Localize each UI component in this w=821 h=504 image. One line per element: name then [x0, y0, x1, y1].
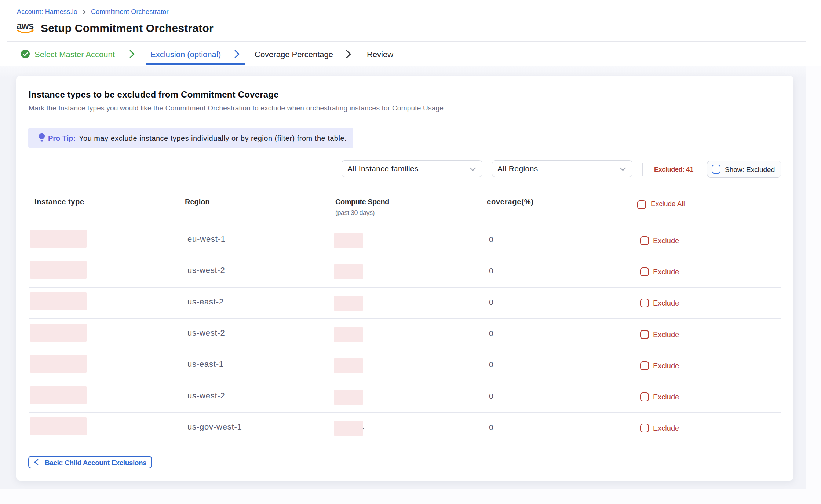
svg-text:aws: aws: [17, 21, 34, 31]
